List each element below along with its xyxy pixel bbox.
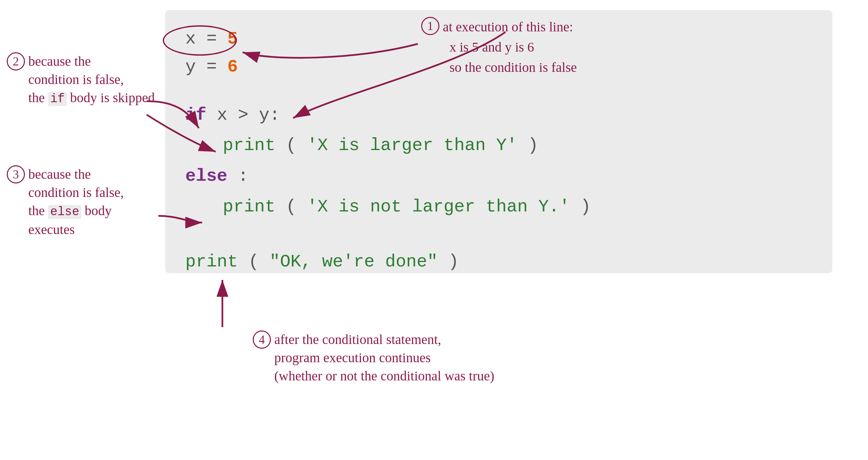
badge-1: 1 — [421, 17, 439, 35]
code-line-5: else : — [185, 164, 812, 189]
note3-text: because thecondition is false,the else b… — [28, 165, 124, 239]
print-2: print — [223, 197, 275, 217]
print-3-str: "OK, we're done" — [270, 252, 438, 272]
oval-highlight-y6 — [163, 25, 237, 56]
print-3-open: ( — [248, 252, 259, 272]
badge-4: 4 — [253, 330, 271, 349]
code-line-4: print ( 'X is larger than Y' ) — [185, 134, 812, 158]
print-2-close: ) — [580, 197, 591, 217]
print-2-open: ( — [286, 197, 296, 217]
var-y: y — [185, 57, 196, 77]
note2-text: because thecondition is false,the if bod… — [28, 52, 155, 108]
badge-3: 3 — [7, 165, 25, 183]
annotation-3: 3 because thecondition is false,the else… — [7, 165, 124, 239]
print-1-str: 'X is larger than Y' — [307, 136, 517, 155]
print-1: print — [223, 136, 275, 155]
code-line-6: print ( 'X is not larger than Y.' ) — [185, 195, 812, 220]
print-1-close: ) — [528, 136, 538, 155]
else-colon: : — [238, 166, 248, 186]
page: x = 5 y = 6 if x > y: print ( 'X is larg… — [0, 0, 868, 460]
print-3: print — [185, 252, 238, 272]
print-1-paren: ( — [286, 136, 296, 155]
note1-text: at execution of this line: x is 5 and y … — [443, 17, 577, 78]
annotation-2: 2 because thecondition is false,the if b… — [7, 52, 155, 108]
print-2-str: 'X is not larger than Y.' — [307, 197, 570, 217]
cond-x: x — [217, 105, 238, 125]
annotation-1: 1 at execution of this line: x is 5 and … — [421, 17, 577, 78]
note4-text: after the conditional statement,program … — [274, 330, 494, 385]
annotation-4: 4 after the conditional statement,progra… — [253, 330, 494, 385]
cond-gt: > — [238, 105, 248, 125]
badge-2: 2 — [7, 52, 25, 70]
equals-2: = — [206, 57, 227, 77]
print-3-close: ) — [448, 252, 459, 272]
kw-else: else — [185, 166, 227, 186]
code-line-7: print ( "OK, we're done" ) — [185, 250, 812, 275]
code-line-3: if x > y: — [185, 103, 812, 128]
num-6: 6 — [227, 57, 238, 77]
kw-if: if — [185, 105, 206, 125]
cond-y: y: — [259, 105, 280, 125]
